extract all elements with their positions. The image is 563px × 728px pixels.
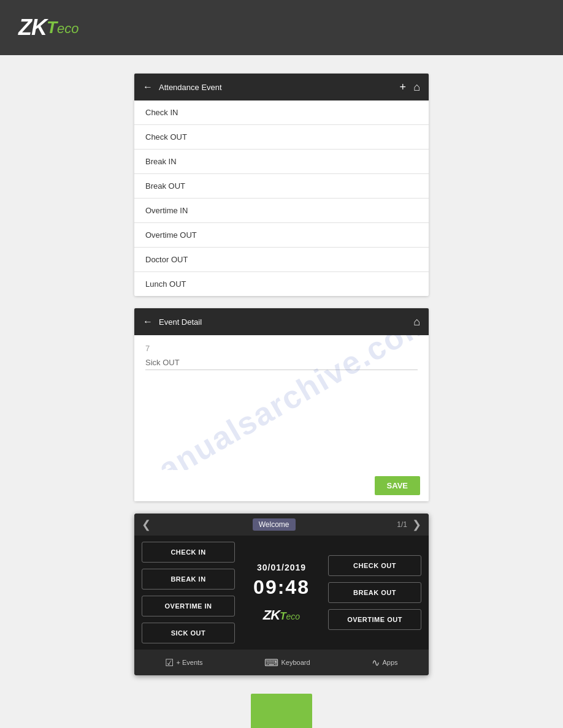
logo-teco: Teco bbox=[47, 18, 79, 37]
list-item[interactable]: Lunch OUT bbox=[134, 272, 429, 296]
panel2-header-right: ⌂ bbox=[413, 316, 420, 328]
device-main: CHECK IN BREAK IN OVERTIME IN SICK OUT 3… bbox=[134, 536, 429, 650]
panel1-header-right: + ⌂ bbox=[400, 81, 420, 94]
list-item[interactable]: Doctor OUT bbox=[134, 248, 429, 272]
panel1-header-left: ← Attendance Event bbox=[143, 82, 222, 93]
list-item[interactable]: Check OUT bbox=[134, 125, 429, 150]
device-date: 30/01/2019 bbox=[257, 563, 306, 572]
apps-icon: ∿ bbox=[372, 657, 380, 669]
check-out-button[interactable]: CHECK OUT bbox=[328, 555, 421, 576]
event-id: 7 bbox=[145, 344, 418, 353]
save-button[interactable]: SAVE bbox=[375, 476, 420, 495]
list-item[interactable]: Overtime IN bbox=[134, 199, 429, 223]
overtime-in-button[interactable]: OVERTIME IN bbox=[142, 596, 235, 616]
panel2-header: ← Event Detail ⌂ bbox=[134, 308, 429, 335]
panel2-home-button[interactable]: ⌂ bbox=[413, 316, 420, 328]
keyboard-icon: ⌨ bbox=[264, 657, 278, 669]
page-indicator: 1/1 bbox=[397, 520, 407, 529]
device-welcome-tab[interactable]: Welcome bbox=[253, 518, 296, 531]
device-panel: ❮ Welcome 1/1 ❯ CHECK IN BREAK IN OVERTI… bbox=[134, 514, 429, 675]
header: ZK Teco bbox=[0, 0, 563, 55]
check-in-button[interactable]: CHECK IN bbox=[142, 542, 235, 563]
panel1-back-button[interactable]: ← bbox=[143, 82, 153, 93]
device-next-button[interactable]: ❯ bbox=[412, 518, 421, 531]
logo: ZK Teco bbox=[18, 15, 79, 40]
apps-label: Apps bbox=[382, 659, 397, 666]
overtime-out-button[interactable]: OVERTIME OUT bbox=[328, 609, 421, 630]
list-item[interactable]: Break OUT bbox=[134, 174, 429, 199]
logo-zk: ZK bbox=[18, 15, 47, 40]
panel2-title: Event Detail bbox=[159, 317, 202, 327]
device-topbar-right: 1/1 ❯ bbox=[397, 518, 421, 531]
sick-out-button[interactable]: SICK OUT bbox=[142, 623, 235, 643]
event-name-input[interactable] bbox=[145, 358, 418, 370]
panel1-list: Check IN Check OUT Break IN Break OUT Ov… bbox=[134, 100, 429, 296]
keyboard-label: Keyboard bbox=[281, 659, 310, 666]
device-logo: ZKTeco bbox=[263, 607, 300, 623]
panel2-header-left: ← Event Detail bbox=[143, 316, 202, 327]
events-icon: ☑ bbox=[165, 657, 174, 669]
watermark-text: manualsarchive.com bbox=[134, 335, 429, 470]
device-bottombar: ☑ + Events ⌨ Keyboard ∿ Apps bbox=[134, 650, 429, 675]
bottom-keyboard-item[interactable]: ⌨ Keyboard bbox=[264, 657, 310, 669]
panel1-header: ← Attendance Event + ⌂ bbox=[134, 74, 429, 100]
list-item[interactable]: Overtime OUT bbox=[134, 223, 429, 248]
list-item[interactable]: Break IN bbox=[134, 150, 429, 174]
content: ← Attendance Event + ⌂ Check IN Check OU… bbox=[0, 55, 563, 728]
device-time: 09:48 bbox=[253, 576, 310, 599]
device-prev-button[interactable]: ❮ bbox=[142, 518, 151, 531]
device-right-buttons: CHECK OUT BREAK OUT OVERTIME OUT bbox=[328, 542, 421, 643]
events-label: + Events bbox=[176, 659, 202, 666]
attendance-event-panel: ← Attendance Event + ⌂ Check IN Check OU… bbox=[134, 74, 429, 296]
device-center: 30/01/2019 09:48 ZKTeco bbox=[235, 542, 328, 643]
panel1-add-button[interactable]: + bbox=[400, 81, 407, 94]
save-button-wrap: SAVE bbox=[134, 470, 429, 501]
panel1-home-button[interactable]: ⌂ bbox=[413, 81, 420, 94]
break-out-button[interactable]: BREAK OUT bbox=[328, 582, 421, 603]
list-item[interactable]: Check IN bbox=[134, 100, 429, 125]
device-logo-teco: Teco bbox=[280, 610, 300, 622]
device-logo-zk: ZK bbox=[263, 607, 280, 623]
event-detail-body: 7 manualsarchive.com bbox=[134, 335, 429, 470]
panel2-back-button[interactable]: ← bbox=[143, 316, 153, 327]
green-square bbox=[251, 694, 312, 728]
watermark-overlay: manualsarchive.com bbox=[134, 335, 429, 470]
break-in-button[interactable]: BREAK IN bbox=[142, 569, 235, 590]
panel1-title: Attendance Event bbox=[159, 83, 222, 92]
event-detail-panel: ← Event Detail ⌂ 7 manualsarchive.com SA… bbox=[134, 308, 429, 501]
device-left-buttons: CHECK IN BREAK IN OVERTIME IN SICK OUT bbox=[142, 542, 235, 643]
bottom-events-item[interactable]: ☑ + Events bbox=[165, 657, 202, 669]
bottom-apps-item[interactable]: ∿ Apps bbox=[372, 657, 397, 669]
device-topbar: ❮ Welcome 1/1 ❯ bbox=[134, 514, 429, 536]
